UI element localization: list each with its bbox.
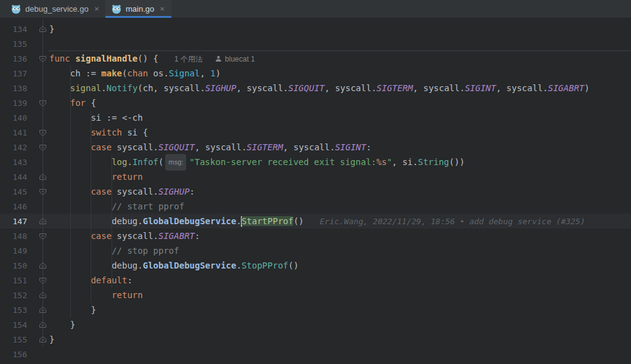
line-number: 144 [0, 172, 36, 182]
code-line[interactable]: 144 return [0, 169, 631, 184]
code-line[interactable]: 153 } [0, 302, 631, 317]
code-token: Signal [169, 68, 200, 78]
fold-region-start-icon[interactable] [36, 277, 49, 285]
fold-region-end-icon[interactable] [36, 217, 49, 225]
code-token: syscall. [112, 187, 158, 196]
code-editor[interactable]: 134}135136func signalHandle() {1 个用法blue… [0, 18, 631, 364]
code-token: . [127, 157, 132, 167]
line-number: 147 [0, 217, 36, 226]
code-token: GlobalDebugService [143, 261, 237, 270]
code-text: si := <-ch [49, 110, 143, 125]
code-line[interactable]: 154 } [0, 317, 631, 332]
fold-region-end-icon[interactable] [36, 262, 49, 270]
code-token [49, 83, 70, 93]
code-token: os. [148, 68, 169, 78]
close-icon[interactable]: ✕ [160, 6, 165, 12]
code-token [49, 246, 112, 256]
code-line[interactable]: 151 default: [0, 273, 631, 288]
code-line[interactable]: 147 debug.GlobalDebugService.StartPProf(… [0, 214, 631, 229]
code-token: SIGQUIT [288, 83, 325, 93]
tab-debug-service-go[interactable]: debug_service.go ✕ [5, 0, 105, 18]
code-line[interactable]: 139 for { [0, 95, 631, 110]
code-token: . [236, 261, 241, 270]
code-line[interactable]: 150 debug.GlobalDebugService.StopPProf() [0, 258, 631, 273]
code-line[interactable]: 148 case syscall.SIGABRT: [0, 229, 631, 243]
code-token: , syscall. [325, 83, 377, 93]
code-token: default [91, 275, 127, 285]
editor-tab-bar: debug_service.go ✕ main.go ✕ [0, 0, 631, 18]
code-line[interactable]: 156 [0, 347, 631, 362]
code-token: } [49, 334, 54, 344]
author-hint[interactable]: bluecat 1 [225, 55, 255, 63]
code-text: for { [49, 95, 96, 110]
code-line[interactable]: 145 case syscall.SIGHUP: [0, 184, 631, 199]
line-number: 151 [0, 276, 36, 285]
code-token: // stop pprof [112, 246, 179, 256]
code-line[interactable]: 142 case syscall.SIGQUIT, syscall.SIGTER… [0, 140, 631, 155]
code-line[interactable]: 152 return [0, 288, 631, 302]
indent-guide [70, 66, 71, 317]
usages-hint[interactable]: 1 个用法 [174, 55, 203, 63]
code-text: debug.GlobalDebugService.StopPProf() [49, 258, 299, 273]
code-line[interactable]: 143 log.Infof(msg:"Taskon-server receive… [0, 155, 631, 169]
code-line[interactable]: 138 signal.Notify(ch, syscall.SIGHUP, sy… [0, 81, 631, 95]
code-token: , syscall. [496, 83, 548, 93]
line-number: 146 [0, 202, 36, 211]
close-icon[interactable]: ✕ [94, 6, 99, 12]
code-token: } [49, 320, 75, 330]
code-line[interactable]: 136func signalHandle() {1 个用法bluecat 1 [0, 51, 631, 66]
code-line[interactable]: 141 switch si { [0, 125, 631, 140]
fold-region-start-icon[interactable] [36, 232, 49, 240]
code-line[interactable]: 134} [0, 22, 631, 36]
code-text: } [49, 302, 96, 317]
line-number: 154 [0, 320, 36, 330]
code-token: SIGINT [335, 142, 367, 152]
code-token: ) [216, 68, 221, 78]
line-number: 143 [0, 158, 36, 167]
code-token: case [91, 187, 112, 196]
fold-region-start-icon[interactable] [36, 188, 49, 196]
code-token: , syscall. [236, 83, 288, 93]
fold-region-start-icon[interactable] [36, 144, 49, 152]
code-token: String [418, 157, 449, 167]
code-token: , syscall. [413, 83, 465, 93]
code-token: SIGABRT [548, 83, 584, 93]
code-line[interactable]: 155} [0, 332, 631, 347]
code-token: SIGTERM [377, 83, 413, 93]
tab-main-go[interactable]: main.go ✕ [105, 0, 171, 18]
code-text: case syscall.SIGHUP: [49, 184, 195, 199]
fold-region-end-icon[interactable] [36, 173, 49, 181]
code-line[interactable]: 140 si := <-ch [0, 110, 631, 125]
code-token: , syscall. [283, 142, 335, 152]
code-token: return [112, 172, 143, 182]
code-token: return [112, 290, 143, 300]
fold-region-end-icon[interactable] [36, 306, 49, 314]
line-number: 138 [0, 84, 36, 93]
code-line[interactable]: 149 // stop pprof [0, 243, 631, 258]
fold-region-start-icon[interactable] [36, 129, 49, 137]
line-number: 149 [0, 246, 36, 256]
fold-region-start-icon[interactable] [36, 55, 49, 63]
author-icon [215, 52, 222, 67]
code-token: (ch, syscall. [137, 83, 205, 93]
code-token: Infof [132, 157, 158, 167]
code-token [49, 157, 112, 167]
code-text: signal.Notify(ch, syscall.SIGHUP, syscal… [49, 81, 590, 95]
fold-region-end-icon[interactable] [36, 336, 49, 344]
fold-region-end-icon[interactable] [36, 25, 49, 33]
code-line[interactable]: 146 // start pprof [0, 199, 631, 214]
code-token: make [101, 68, 122, 78]
code-token: func [49, 54, 75, 63]
line-number: 152 [0, 291, 36, 300]
line-number: 142 [0, 143, 36, 152]
fold-region-end-icon[interactable] [36, 291, 49, 299]
code-token: debug. [49, 261, 143, 270]
code-token: syscall. [112, 142, 158, 152]
code-token: ()) [449, 157, 465, 167]
code-line[interactable]: 137 ch := make(chan os.Signal, 1) [0, 66, 631, 81]
fold-region-start-icon[interactable] [36, 99, 49, 107]
fold-region-end-icon[interactable] [36, 321, 49, 329]
indent-guide [112, 155, 112, 288]
code-line[interactable]: 135 [0, 36, 631, 51]
code-token: si { [122, 127, 148, 137]
